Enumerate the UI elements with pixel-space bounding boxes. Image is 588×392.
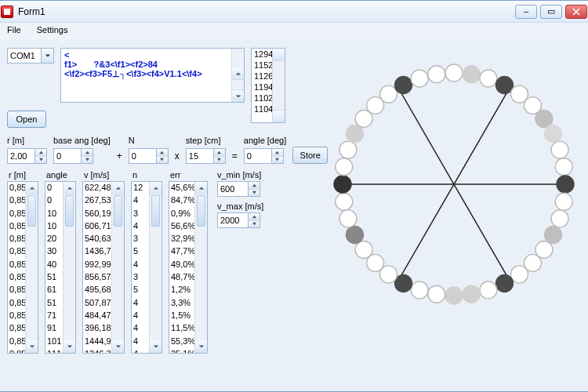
minimize-button[interactable]: – (515, 5, 537, 19)
menu-settings[interactable]: Settings (29, 23, 76, 40)
table-cell[interactable]: 10 (45, 220, 63, 233)
table-cell[interactable]: 3 (132, 271, 149, 284)
side-list[interactable]: 129411521126119411021104 (251, 48, 285, 123)
table-cell[interactable]: 45,6% (169, 182, 194, 194)
store-button[interactable]: Store (292, 147, 328, 164)
table-cell[interactable]: 267,53 (83, 194, 111, 207)
table-cell[interactable]: 4 (132, 194, 149, 207)
table-cell[interactable]: 0,85 (8, 336, 25, 348)
table-cell[interactable]: 55,3% (169, 336, 194, 348)
input-base-ang[interactable] (53, 148, 82, 164)
table-cell[interactable]: 84,7% (169, 194, 194, 207)
table-cell[interactable]: 49,0% (169, 259, 194, 271)
scroll-up-icon[interactable] (195, 182, 207, 194)
table-cell[interactable]: 56,6% (169, 220, 194, 233)
input-r[interactable] (7, 148, 35, 164)
scroll-thumb[interactable] (27, 195, 36, 227)
table-cell[interactable]: 0,85 (8, 208, 25, 220)
chevron-up-icon[interactable] (272, 149, 283, 157)
table-cell[interactable]: 606,71 (83, 220, 111, 233)
spin-n[interactable] (129, 148, 169, 164)
table-cell[interactable]: 0,85 (8, 245, 25, 258)
scroll-up-icon[interactable] (26, 182, 38, 194)
table-cell[interactable]: 40 (45, 259, 63, 271)
table-cell[interactable]: 101 (45, 336, 63, 348)
table-cell[interactable]: 540,63 (83, 233, 111, 245)
port-combobox[interactable] (7, 48, 54, 64)
table-cell[interactable]: 20 (45, 233, 63, 245)
table-cell[interactable]: 0,85 (8, 284, 25, 296)
input-n[interactable] (129, 148, 157, 164)
table-cell[interactable]: 0 (45, 182, 63, 194)
spin-vmax[interactable] (217, 212, 263, 228)
menu-file[interactable]: File (0, 23, 29, 40)
chevron-up-icon[interactable] (35, 149, 46, 157)
table-cell[interactable]: 71 (45, 310, 63, 322)
chevron-down-icon[interactable] (272, 157, 283, 164)
chevron-down-icon[interactable] (214, 157, 225, 164)
table-cell[interactable]: 507,87 (83, 297, 111, 310)
table-cell[interactable]: 0,85 (8, 233, 25, 245)
spin-step[interactable] (186, 148, 226, 164)
col-r[interactable]: 0,850,850,850,850,850,850,850,850,850,85… (7, 181, 38, 354)
port-input[interactable] (7, 48, 42, 64)
chevron-down-icon[interactable] (157, 157, 168, 164)
scroll-down-icon[interactable] (150, 340, 162, 353)
table-cell[interactable]: 0,85 (8, 220, 25, 233)
chevron-up-icon[interactable] (157, 149, 168, 157)
table-cell[interactable]: 0,85 (8, 194, 25, 207)
table-cell[interactable]: 484,47 (83, 310, 111, 322)
col-v[interactable]: 622,48267,53560,19606,71540,631436,7992,… (82, 181, 125, 354)
scroll-thumb[interactable] (65, 195, 74, 227)
scroll-up-icon[interactable] (273, 49, 285, 61)
table-cell[interactable]: 0,85 (8, 182, 25, 194)
scroll-up-icon[interactable] (112, 182, 124, 194)
table-cell[interactable]: 1436,7 (83, 245, 111, 258)
table-cell[interactable]: 0,85 (8, 271, 25, 284)
table-cell[interactable]: 396,18 (83, 322, 111, 335)
spin-base-ang[interactable] (53, 148, 93, 164)
spin-angle[interactable] (244, 148, 284, 164)
table-cell[interactable]: 30 (45, 245, 63, 258)
table-cell[interactable]: 0 (45, 194, 63, 207)
table-cell[interactable]: 1,2% (169, 284, 194, 296)
table-cell[interactable]: 4 (132, 259, 149, 271)
chevron-down-icon[interactable] (249, 190, 260, 197)
table-cell[interactable]: 4 (132, 220, 149, 233)
scroll-up-icon[interactable] (232, 67, 244, 80)
log-output[interactable]: < f1> ?&3<\f1><f2>84 <\f2><f3>F5⊥┐<\f3><… (60, 48, 245, 103)
col-angle[interactable]: 0010102030405161517191101111121121 (45, 181, 76, 354)
table-cell[interactable]: 3,3% (169, 297, 194, 310)
table-cell[interactable]: 5 (132, 284, 149, 296)
table-cell[interactable]: 992,99 (83, 259, 111, 271)
table-cell[interactable]: 61 (45, 284, 63, 296)
table-cell[interactable]: 91 (45, 322, 63, 335)
scroll-down-icon[interactable] (273, 110, 285, 122)
input-vmin[interactable] (217, 181, 249, 197)
chevron-up-icon[interactable] (249, 182, 260, 190)
table-cell[interactable]: 12 (132, 182, 149, 194)
scroll-down-icon[interactable] (26, 340, 38, 353)
chevron-down-icon[interactable] (249, 221, 260, 228)
side-list-scrollbar[interactable] (272, 49, 285, 122)
table-cell[interactable]: 11,5% (169, 322, 194, 335)
scroll-down-icon[interactable] (64, 340, 75, 353)
chevron-up-icon[interactable] (249, 213, 260, 221)
table-cell[interactable]: 4 (132, 297, 149, 310)
table-cell[interactable]: 0,85 (8, 297, 25, 310)
table-cell[interactable]: 32,9% (169, 233, 194, 245)
table-cell[interactable]: 1246,3 (83, 348, 111, 354)
table-cell[interactable]: 51 (45, 297, 63, 310)
table-cell[interactable]: 3 (132, 208, 149, 220)
chevron-down-icon[interactable] (82, 157, 93, 164)
table-cell[interactable]: 0,9% (169, 208, 194, 220)
input-step[interactable] (186, 148, 214, 164)
chevron-up-icon[interactable] (82, 149, 93, 157)
table-cell[interactable]: 1444,9 (83, 336, 111, 348)
col-err[interactable]: 45,6%84,7%0,9%56,6%32,9%47,7%49,0%48,7%1… (169, 181, 208, 354)
table-cell[interactable]: 10 (45, 208, 63, 220)
table-cell[interactable]: 3 (132, 233, 149, 245)
scroll-down-icon[interactable] (195, 340, 207, 353)
table-cell[interactable]: 560,19 (83, 208, 111, 220)
col-n[interactable]: 12434354354444443 (131, 181, 162, 354)
